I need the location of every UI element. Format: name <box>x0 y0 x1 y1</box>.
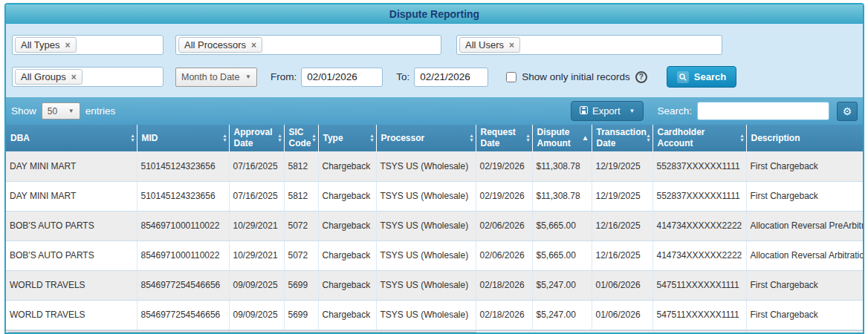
table-cell: $5,665.00 <box>532 240 592 270</box>
scrollbar-thumb[interactable] <box>7 332 478 334</box>
table-cell: 07/16/2025 <box>229 151 284 181</box>
column-header-label: MID <box>142 133 158 143</box>
table-cell: 07/16/2025 <box>229 181 284 211</box>
entries-label: entries <box>85 105 116 117</box>
filter-tag-groups: All Groups × <box>15 69 82 85</box>
table-cell: 510145124323656 <box>137 181 229 211</box>
horizontal-scrollbar[interactable] <box>6 330 863 334</box>
from-date-input[interactable] <box>301 68 383 87</box>
column-header-cardholder-account[interactable]: Cardholder Account▴▾ <box>652 125 746 151</box>
filter-tag-label: All Types <box>21 39 60 50</box>
date-range-select[interactable]: Month to Date ▼ <box>175 68 257 87</box>
remove-tag-icon[interactable]: × <box>65 40 71 50</box>
table-cell: Chargeback <box>318 181 376 211</box>
table-row[interactable]: BOB'S AUTO PARTS854697100011002210/29/20… <box>6 211 863 240</box>
entries-select[interactable]: 50 ▼ <box>42 102 80 119</box>
search-button[interactable]: Search <box>667 66 736 88</box>
groups-filter-input[interactable]: All Groups × <box>12 67 163 87</box>
table-cell: 12/19/2025 <box>592 151 652 181</box>
table-cell: $5,247.00 <box>532 270 592 300</box>
table-cell: 5699 <box>284 270 318 300</box>
table-row[interactable]: BOB'S AUTO PARTS854697100011002210/29/20… <box>6 240 863 270</box>
sort-icon: ▴▾ <box>740 134 743 143</box>
page-title: Dispute Reporting <box>6 4 863 24</box>
table-header-row: DBA▴▾MID▴▾Approval Date▴▾SIC Code▴▾Type▴… <box>6 125 863 151</box>
table-cell: First Chargeback <box>746 151 863 181</box>
magnifier-icon <box>677 71 689 83</box>
table-cell: 02/18/2026 <box>476 300 532 330</box>
column-header-label: Type <box>323 133 343 143</box>
settings-button[interactable]: ⚙ <box>837 102 858 121</box>
export-button[interactable]: Export ▼ <box>571 101 644 121</box>
table-cell: TSYS US (Wholesale) <box>376 270 476 300</box>
users-filter-input[interactable]: All Users × <box>456 35 722 55</box>
column-header-processor[interactable]: Processor▴▾ <box>376 125 476 151</box>
table-cell: Chargeback <box>318 300 376 330</box>
column-header-label: Approval Date <box>234 127 273 148</box>
column-header-description[interactable]: Description▴▾ <box>746 125 863 151</box>
table-cell: Allocation Reversal Arbitration <box>746 240 863 270</box>
column-header-type[interactable]: Type▴▾ <box>318 125 376 151</box>
column-header-approval-date[interactable]: Approval Date▴▾ <box>229 125 284 151</box>
to-date-input[interactable] <box>414 68 488 87</box>
table-cell: WORLD TRAVELS <box>6 270 137 300</box>
table-cell: 552837XXXXXX1111 <box>652 181 746 211</box>
column-header-dispute-amount[interactable]: Dispute Amount▲ <box>532 125 592 151</box>
table-cell: 414734XXXXXX2222 <box>652 211 746 240</box>
table-cell: 552837XXXXXX1111 <box>652 151 746 181</box>
column-header-transaction-date[interactable]: Transaction Date▴▾ <box>592 125 652 151</box>
table-cell: 02/18/2026 <box>476 270 532 300</box>
column-header-request-date[interactable]: Request Date▴▾ <box>476 125 532 151</box>
table-row[interactable]: WORLD TRAVELS854697725454665609/09/20255… <box>6 300 863 330</box>
column-header-sic-code[interactable]: SIC Code▴▾ <box>284 125 318 151</box>
table-cell: Allocation Reversal PreArbitration <box>746 211 863 240</box>
toolbar-search-label: Search: <box>657 105 692 117</box>
sort-icon: ▴▾ <box>526 134 529 143</box>
table-cell: WORLD TRAVELS <box>6 300 137 330</box>
export-icon <box>580 105 588 117</box>
table-row[interactable]: WORLD TRAVELS854697725454665609/09/20255… <box>6 270 863 300</box>
table-cell: Chargeback <box>318 240 376 270</box>
table-toolbar: Show 50 ▼ entries Export ▼ Search: ⚙ <box>6 97 863 125</box>
search-button-label: Search <box>694 71 726 82</box>
column-header-label: SIC Code <box>289 127 311 148</box>
types-filter-input[interactable]: All Types × <box>12 35 163 55</box>
show-label: Show <box>11 105 36 117</box>
table-cell: 12/19/2025 <box>592 181 652 211</box>
filter-row-2: All Groups × Month to Date ▼ From: To: S… <box>12 66 857 88</box>
remove-tag-icon[interactable]: × <box>71 72 77 82</box>
table-cell: $5,665.00 <box>532 211 592 240</box>
table-cell: $5,247.00 <box>532 300 592 330</box>
table-search-input[interactable] <box>697 102 829 120</box>
table-cell: 8546977254546656 <box>137 300 229 330</box>
table-cell: DAY MINI MART <box>6 181 137 211</box>
table-cell: 02/19/2026 <box>476 151 532 181</box>
table-cell: 510145124323656 <box>137 151 229 181</box>
table-cell: 10/29/2021 <box>229 211 284 240</box>
processors-filter-input[interactable]: All Processors × <box>175 35 441 55</box>
filter-panel: All Types × All Processors × All Users × <box>6 24 863 97</box>
remove-tag-icon[interactable]: × <box>251 40 256 50</box>
column-header-mid[interactable]: MID▴▾ <box>137 125 229 151</box>
filter-tag-types: All Types × <box>15 37 77 53</box>
table-cell: 02/19/2026 <box>476 181 532 211</box>
chevron-down-icon: ▼ <box>245 73 251 80</box>
sort-asc-icon: ▲ <box>582 134 589 142</box>
export-button-label: Export <box>592 105 621 117</box>
table-cell: Chargeback <box>318 211 376 240</box>
table-cell: BOB'S AUTO PARTS <box>6 211 137 240</box>
table-row[interactable]: DAY MINI MART51014512432365607/16/202558… <box>6 181 863 211</box>
column-header-dba[interactable]: DBA▴▾ <box>6 125 137 151</box>
remove-tag-icon[interactable]: × <box>509 40 514 50</box>
table-cell: $11,308.78 <box>532 151 592 181</box>
table-cell: BOB'S AUTO PARTS <box>6 240 137 270</box>
table-row[interactable]: DAY MINI MART51014512432365607/16/202558… <box>6 151 863 181</box>
sort-icon: ▴▾ <box>278 134 281 143</box>
help-icon[interactable]: ? <box>635 71 647 83</box>
chevron-down-icon: ▼ <box>629 108 635 114</box>
filter-tag-label: All Processors <box>184 39 246 50</box>
filter-tag-label: All Groups <box>21 71 66 82</box>
initial-records-checkbox[interactable] <box>506 72 516 82</box>
table-cell: 414734XXXXXX2222 <box>652 240 746 270</box>
filter-tag-users: All Users × <box>459 37 520 53</box>
